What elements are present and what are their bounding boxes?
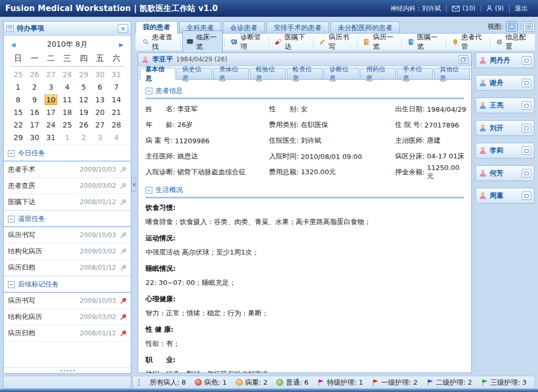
calendar-day[interactable]: 31 bbox=[43, 131, 59, 144]
gray-pin-icon[interactable] bbox=[120, 183, 127, 189]
mail-indicator[interactable]: (10) bbox=[446, 5, 481, 12]
calendar-day[interactable]: 3 bbox=[43, 81, 59, 93]
order-overview-button[interactable]: 医嘱一览 bbox=[404, 30, 444, 54]
open-window-button[interactable] bbox=[522, 192, 531, 200]
calendar-day[interactable]: 24 bbox=[43, 119, 59, 131]
calendar-day[interactable]: 20 bbox=[92, 106, 108, 119]
open-window-button[interactable] bbox=[522, 79, 531, 87]
task-item[interactable]: 结构化病历 2009/03/02 bbox=[4, 243, 131, 260]
diagnosis-manage-button[interactable]: 诊断管理 bbox=[226, 30, 267, 54]
panel-resize-grip[interactable] bbox=[4, 367, 131, 373]
patient-card-zhouhui[interactable]: 周蕙 bbox=[475, 188, 534, 204]
collapse-panel-button[interactable]: « bbox=[118, 24, 128, 33]
calendar-day[interactable]: 28 bbox=[108, 119, 125, 131]
calendar-day[interactable]: 26 bbox=[76, 119, 92, 131]
calendar-day[interactable]: 12 bbox=[76, 93, 92, 106]
record-overview-button[interactable]: 病历一览 bbox=[359, 30, 399, 54]
calendar-day[interactable]: 30 bbox=[92, 68, 108, 81]
gray-pin-icon[interactable] bbox=[120, 232, 127, 239]
calendar-day[interactable]: 18 bbox=[59, 106, 75, 119]
calendar-day[interactable]: 25 bbox=[59, 119, 75, 131]
restore-window-button[interactable] bbox=[459, 55, 468, 63]
calendar-day[interactable]: 7 bbox=[108, 81, 125, 93]
open-window-button[interactable] bbox=[522, 146, 531, 155]
calendar-day[interactable]: 8 bbox=[10, 93, 26, 106]
task-item[interactable]: 患者手术 2009/10/03 bbox=[4, 162, 131, 178]
patient-card-zhoudandan[interactable]: 周丹丹 bbox=[475, 52, 534, 68]
tab-basic-info[interactable]: 基本信息 bbox=[140, 68, 175, 80]
calendar-day[interactable]: 11 bbox=[59, 93, 75, 106]
calendar-day[interactable]: 25 bbox=[10, 68, 26, 81]
tab-surgery-info[interactable]: 手术信息 bbox=[397, 68, 433, 79]
task-item[interactable]: 病历归档 2008/01/12 bbox=[4, 325, 131, 342]
task-item[interactable]: 患者查房 2009/03/02 bbox=[4, 178, 131, 194]
open-window-button[interactable] bbox=[522, 101, 531, 110]
record-write-button[interactable]: 病历书写 bbox=[315, 30, 355, 54]
section-header[interactable]: 遗留任务 bbox=[4, 210, 131, 227]
tab-lab-info[interactable]: 检验信息 bbox=[250, 68, 286, 79]
calendar-day[interactable]: 9 bbox=[26, 93, 43, 106]
calendar-day[interactable]: 26 bbox=[26, 68, 43, 81]
gray-pin-icon[interactable] bbox=[120, 248, 127, 255]
task-item[interactable]: 医嘱下达 2008/01/12 bbox=[4, 194, 131, 210]
red-pin-icon[interactable] bbox=[120, 330, 127, 337]
patient-card-wangliang[interactable]: 王亮 bbox=[475, 98, 534, 113]
calendar-day[interactable]: 16 bbox=[26, 106, 43, 119]
calendar-day[interactable]: 17 bbox=[26, 119, 43, 131]
logout-button[interactable]: 退出 bbox=[509, 4, 533, 13]
calendar-day[interactable]: 2 bbox=[76, 131, 92, 144]
calendar-day[interactable]: 17 bbox=[43, 106, 59, 119]
red-pin-icon[interactable] bbox=[120, 298, 127, 304]
info-config-button[interactable]: 信息配置 bbox=[492, 30, 532, 54]
patient-card-hefang[interactable]: 何芳 bbox=[475, 165, 534, 181]
task-item[interactable]: 病历书写 2009/10/03 bbox=[4, 293, 131, 309]
tab-check-info[interactable]: 检查信息 bbox=[287, 68, 323, 79]
gray-pin-icon[interactable] bbox=[120, 199, 127, 206]
calendar-day[interactable]: 27 bbox=[92, 119, 108, 131]
calendar-day[interactable]: 6 bbox=[92, 81, 108, 93]
calendar-day[interactable]: 29 bbox=[76, 68, 92, 81]
prev-month-button[interactable]: ◀ bbox=[10, 41, 16, 48]
calendar-day[interactable]: 28 bbox=[59, 68, 75, 81]
tab-diagnosis-info[interactable]: 诊断信息 bbox=[324, 68, 359, 79]
calendar-day[interactable]: 31 bbox=[108, 68, 125, 81]
section-header[interactable]: 今日任务 bbox=[4, 145, 131, 162]
tab-medication-info[interactable]: 用药信息 bbox=[360, 68, 396, 79]
calendar-day[interactable]: 4 bbox=[59, 81, 75, 93]
gray-pin-icon[interactable] bbox=[120, 264, 127, 271]
life-overview-section-header[interactable]: 生活概况 bbox=[146, 183, 464, 198]
calendar-day[interactable]: 14 bbox=[108, 93, 125, 106]
task-item[interactable]: 病历书写 2009/10/03 bbox=[4, 227, 131, 243]
task-item[interactable]: 病历归档 2008/01/12 bbox=[4, 260, 131, 276]
red-pin-icon[interactable] bbox=[120, 314, 127, 321]
calendar-day[interactable]: 27 bbox=[43, 68, 59, 81]
calendar-day[interactable]: 2 bbox=[26, 81, 43, 93]
inbox-indicator[interactable]: (9) bbox=[481, 5, 509, 12]
calendar-day[interactable]: 1 bbox=[59, 131, 75, 144]
patient-info-section-header[interactable]: 患者信息 bbox=[146, 84, 464, 99]
calendar-day[interactable]: 15 bbox=[10, 106, 26, 119]
calendar-day[interactable]: 21 bbox=[108, 106, 125, 119]
tab-my-patients[interactable]: 我的患者 bbox=[136, 21, 178, 34]
section-header[interactable]: 后续标记任务 bbox=[4, 276, 131, 293]
panel-splitter[interactable] bbox=[131, 177, 136, 192]
next-month-button[interactable]: ▶ bbox=[118, 41, 125, 48]
calendar-day[interactable]: 3 bbox=[92, 131, 108, 144]
patient-card-liukai[interactable]: 刘开 bbox=[475, 120, 534, 136]
open-window-button[interactable] bbox=[522, 56, 531, 65]
order-issue-button[interactable]: 医嘱下达 bbox=[271, 30, 311, 54]
calendar-day[interactable]: 5 bbox=[76, 81, 92, 93]
calendar-day[interactable]: 22 bbox=[10, 119, 26, 131]
patient-search-button[interactable]: 患者查找 bbox=[138, 30, 179, 54]
calendar-day[interactable]: 4 bbox=[108, 131, 125, 144]
open-window-button[interactable] bbox=[522, 169, 531, 177]
calendar-day-today[interactable]: 10 bbox=[43, 93, 59, 106]
statusbar-grip[interactable] bbox=[138, 379, 140, 386]
tab-other-info[interactable]: 其他信息 bbox=[434, 68, 470, 79]
calendar-day[interactable]: 13 bbox=[92, 93, 108, 106]
calendar-day[interactable]: 29 bbox=[10, 131, 26, 144]
tab-history-info[interactable]: 病史信息 bbox=[177, 68, 212, 79]
calendar-day[interactable]: 1 bbox=[10, 81, 26, 93]
tab-exam-info[interactable]: 查体信息 bbox=[213, 68, 249, 79]
calendar-day[interactable]: 19 bbox=[76, 106, 92, 119]
